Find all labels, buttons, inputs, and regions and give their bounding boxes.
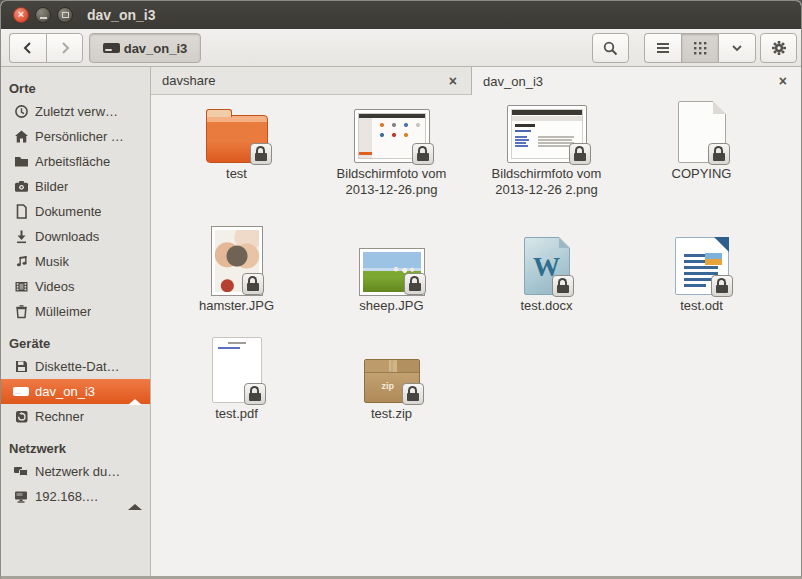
grid-view-button[interactable] [681, 33, 718, 63]
tab-dav-on-i3[interactable]: dav_on_i3 × [472, 67, 801, 95]
tab-davshare[interactable]: davshare × [151, 67, 472, 95]
sidebar-section-heading: Geräte [1, 332, 150, 354]
sidebar-item-pictures[interactable]: Bilder [1, 174, 150, 199]
file-item-screenshot-2[interactable]: Bildschirmfoto vom 2013-12-26 2.png [469, 103, 624, 198]
search-icon [602, 40, 619, 57]
archive-icon: zip [364, 359, 420, 403]
search-button[interactable] [592, 33, 629, 63]
minimize-window-button[interactable] [35, 7, 51, 23]
eject-button[interactable] [128, 384, 142, 399]
file-label: test.docx [520, 298, 572, 314]
file-item-docx[interactable]: W test.docx [469, 223, 624, 314]
lock-emblem [552, 275, 574, 297]
file-item-pdf[interactable]: test.pdf [159, 335, 314, 422]
sidebar-item-videos[interactable]: Videos [1, 274, 150, 299]
tab-close-button[interactable]: × [449, 74, 457, 88]
photo-thumbnail [212, 227, 262, 295]
file-label: test [226, 166, 247, 182]
network-icon [13, 464, 29, 480]
path-bar-label: dav_on_i3 [124, 41, 188, 56]
photo-thumbnail [360, 249, 424, 295]
file-label: Bildschirmfoto vom 2013-12-26 2.png [482, 166, 612, 198]
sidebar-section-heading: Netzwerk [1, 437, 150, 459]
sidebar-item-network-browse[interactable]: Netzwerk du… [1, 459, 150, 484]
sidebar-item-desktop[interactable]: Arbeitsfläche [1, 149, 150, 174]
minimize-icon [40, 17, 47, 19]
list-view-icon [655, 41, 671, 55]
file-label: test.zip [371, 406, 412, 422]
file-item-copying[interactable]: COPYING [624, 103, 779, 182]
sidebar-item-downloads[interactable]: Downloads [1, 224, 150, 249]
download-icon [13, 229, 29, 245]
film-icon [13, 279, 29, 295]
sidebar-item-label: Diskette-Dat… [35, 359, 120, 374]
sidebar-item-label: Downloads [35, 229, 99, 244]
lock-emblem [708, 143, 730, 165]
settings-menu-button[interactable] [760, 33, 797, 63]
sidebar-item-recent[interactable]: Zuletzt verw… [1, 99, 150, 124]
places-sidebar: Orte Zuletzt verw… Persönlicher … Arbeit… [1, 67, 151, 578]
sidebar-item-dav-on-i3[interactable]: dav_on_i3 [1, 379, 150, 404]
lock-emblem [711, 275, 733, 297]
file-grid: test Bildschirmfoto vom 2013-12-26.png B… [151, 95, 801, 578]
file-item-odt[interactable]: test.odt [624, 223, 779, 314]
view-options-dropdown-button[interactable] [718, 33, 756, 63]
back-icon [20, 40, 36, 56]
trash-icon [13, 304, 29, 320]
sidebar-item-network-server[interactable]: 192.168.… [1, 484, 150, 509]
forward-icon [57, 40, 73, 56]
sidebar-item-label: dav_on_i3 [35, 384, 95, 399]
music-icon [13, 254, 29, 270]
file-item-hamster[interactable]: hamster.JPG [159, 223, 314, 314]
sidebar-item-computer[interactable]: Rechner [1, 404, 150, 429]
sidebar-item-documents[interactable]: Dokumente [1, 199, 150, 224]
sidebar-item-label: 192.168.… [35, 489, 99, 504]
eject-icon [128, 384, 142, 405]
document-icon [13, 204, 29, 220]
close-icon: × [18, 9, 24, 20]
screenshot-thumbnail [354, 109, 430, 163]
path-bar-location-button[interactable]: dav_on_i3 [89, 33, 201, 63]
file-label: test.odt [680, 298, 723, 314]
sidebar-item-label: Dokumente [35, 204, 101, 219]
sidebar-item-label: Videos [35, 279, 75, 294]
gear-icon [770, 39, 788, 57]
eject-button[interactable] [128, 489, 142, 504]
forward-button[interactable] [46, 33, 83, 63]
network-drive-icon [13, 489, 29, 505]
sidebar-item-label: Persönlicher … [35, 129, 124, 144]
lock-emblem [404, 273, 426, 295]
titlebar: × dav_on_i3 [1, 1, 801, 29]
close-window-button[interactable]: × [13, 7, 29, 23]
content-area: davshare × dav_on_i3 × test [151, 67, 801, 578]
sidebar-item-music[interactable]: Musik [1, 249, 150, 274]
folder-icon [206, 115, 268, 163]
clock-icon [13, 104, 29, 120]
lock-emblem [569, 143, 591, 165]
back-button[interactable] [9, 33, 46, 63]
floppy-icon [13, 359, 29, 375]
file-item-test-folder[interactable]: test [159, 103, 314, 182]
file-label: COPYING [672, 166, 732, 182]
file-item-zip[interactable]: zip test.zip [314, 335, 469, 422]
sidebar-item-label: Mülleimer [35, 304, 91, 319]
sidebar-item-label: Netzwerk du… [35, 464, 120, 479]
grid-view-icon [693, 41, 707, 55]
file-label: Bildschirmfoto vom 2013-12-26.png [327, 166, 457, 198]
window-title: dav_on_i3 [87, 7, 155, 23]
sidebar-item-home[interactable]: Persönlicher … [1, 124, 150, 149]
file-manager-window: × dav_on_i3 dav_on_i3 [0, 0, 802, 579]
file-label: test.pdf [215, 406, 258, 422]
list-view-button[interactable] [644, 33, 681, 63]
sidebar-item-label: Rechner [35, 409, 84, 424]
word-document-icon: W [524, 237, 570, 295]
camera-icon [13, 179, 29, 195]
file-item-screenshot-1[interactable]: Bildschirmfoto vom 2013-12-26.png [314, 103, 469, 198]
sidebar-item-trash[interactable]: Mülleimer [1, 299, 150, 324]
tab-close-button[interactable]: × [779, 74, 787, 88]
chevron-down-icon [729, 40, 745, 56]
maximize-window-button[interactable] [57, 7, 73, 23]
file-item-sheep[interactable]: sheep.JPG [314, 223, 469, 314]
sidebar-item-label: Musik [35, 254, 69, 269]
sidebar-item-floppy[interactable]: Diskette-Dat… [1, 354, 150, 379]
